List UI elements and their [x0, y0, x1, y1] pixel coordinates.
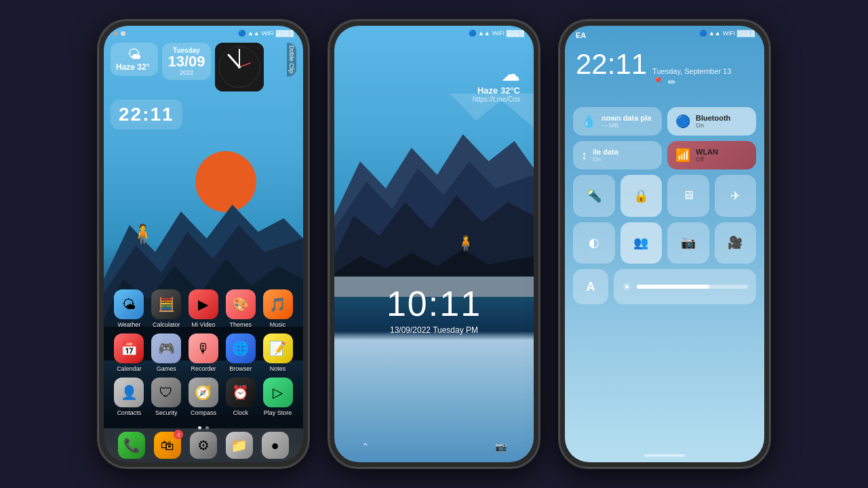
- lock-nav-up[interactable]: ⌃: [361, 441, 370, 452]
- cc-location-icon[interactable]: 📍: [652, 77, 664, 87]
- phone-1-background: 🔵 ▲▲ WiFi ▓▓▓▓: [104, 26, 303, 462]
- app-playstore[interactable]: ▷ Play Store: [260, 378, 296, 416]
- dock-extra-icon: ●: [262, 432, 289, 459]
- app-security[interactable]: 🛡 Security: [149, 378, 184, 416]
- cc-data-icon: 💧: [581, 114, 596, 129]
- cc-wlan-icon: 📶: [675, 148, 690, 163]
- app-playstore-icon: ▷: [263, 378, 293, 407]
- app-grid: 🌤 Weather 🧮 Calculator ▶ Mi Video 🎨 Them…: [104, 289, 303, 422]
- cc-small-photo[interactable]: 📷: [667, 222, 709, 264]
- app-contacts-label: Contacts: [117, 409, 142, 416]
- app-browser[interactable]: 🌐 Browser: [223, 333, 258, 372]
- phone-2-background: 🔵 ▲▲ WiFi ▓▓▓▓: [334, 26, 534, 462]
- app-games-label: Games: [157, 365, 176, 372]
- app-browser-icon: 🌐: [226, 333, 256, 363]
- cc-bluetooth-icon: 🔵: [675, 114, 690, 129]
- phone-1: 🔵 ▲▲ WiFi ▓▓▓▓: [98, 20, 309, 468]
- cc-small-screen[interactable]: 🖥: [667, 175, 709, 217]
- status-bar-2: 🔵 ▲▲ WiFi ▓▓▓▓: [334, 26, 534, 41]
- cc-small-torch[interactable]: 🔦: [573, 175, 615, 217]
- cc-data-label: nown data pla: [601, 114, 651, 122]
- app-browser-label: Browser: [229, 365, 252, 372]
- signal-icon: ▲▲: [248, 30, 260, 37]
- lock-bottom-nav: ⌃ 📷: [334, 441, 534, 452]
- cc-home-indicator: [644, 454, 685, 457]
- widgets-area: 🌤 Haze 32° Tuesday 13/09 2022: [111, 43, 296, 92]
- cc-bluetooth-info: Bluetooth On: [696, 114, 730, 129]
- dock-settings[interactable]: ⚙: [186, 432, 221, 459]
- app-weather-label: Weather: [117, 321, 140, 328]
- app-clock[interactable]: ⏰ Clock: [223, 378, 258, 416]
- cc-small-grid-1: 🔦 🔒 🖥 ✈: [573, 175, 756, 217]
- dock-extra[interactable]: ●: [258, 432, 293, 459]
- app-compass[interactable]: 🧭 Compass: [186, 378, 221, 416]
- app-compass-label: Compass: [191, 409, 216, 416]
- app-themes-label: Themes: [230, 321, 252, 328]
- cc-bluetooth-label: Bluetooth: [696, 114, 730, 122]
- phone-3: EA 🔵 ▲▲ WiFi ▓▓▓▓ 22:11 Tuesd: [559, 20, 770, 468]
- cc-time-row: 22:11 Tuesday, September 13 📍 ✏: [576, 48, 753, 87]
- cc-small-video[interactable]: 🎥: [715, 222, 757, 264]
- cc-wlan-sub: Off: [696, 156, 718, 163]
- signal-icon-2: ▲▲: [478, 30, 490, 37]
- phone-1-screen: 🔵 ▲▲ WiFi ▓▓▓▓: [104, 26, 303, 462]
- app-security-label: Security: [155, 409, 178, 416]
- cc-small-airplane[interactable]: ✈: [715, 175, 757, 217]
- lock-nav-camera[interactable]: 📷: [495, 441, 507, 452]
- analog-clock-widget[interactable]: [215, 43, 264, 92]
- app-recorder[interactable]: 🎙 Recorder: [186, 333, 221, 372]
- app-calendar-icon: 📅: [114, 333, 144, 363]
- battery-icon-2: ▓▓▓▓: [507, 30, 524, 37]
- character-figure: 🧍: [131, 223, 155, 245]
- cc-brightness-icon: ☀: [622, 281, 631, 293]
- lock-weather-url: https://t.me/Cos: [473, 96, 520, 103]
- cc-mobile-label: ile data: [593, 148, 618, 156]
- app-calculator-icon: 🧮: [151, 289, 181, 319]
- cc-small-lock[interactable]: 🔒: [620, 175, 663, 217]
- app-contacts[interactable]: 👤 Contacts: [111, 378, 146, 416]
- cc-mobile-info: ile data On: [593, 148, 618, 163]
- dock-files[interactable]: 📁: [222, 432, 257, 459]
- cc-tile-data[interactable]: 💧 nown data pla — MB: [573, 107, 662, 136]
- cc-time-block: 22:11 Tuesday, September 13 📍 ✏: [576, 48, 753, 87]
- app-mivideo-icon: ▶: [189, 289, 218, 319]
- cc-tile-wlan[interactable]: 📶 WLAN Off: [667, 141, 756, 169]
- app-notes-label: Notes: [270, 365, 286, 372]
- dock-store[interactable]: 🛍 2: [150, 432, 185, 459]
- weather-widget[interactable]: 🌤 Haze 32°: [111, 43, 158, 76]
- dock-phone-icon: 📞: [118, 432, 145, 459]
- dock-phone[interactable]: 📞: [114, 432, 149, 459]
- cc-edit-icon[interactable]: ✏: [668, 77, 676, 87]
- app-notes[interactable]: 📝 Notes: [260, 333, 296, 372]
- cc-bluetooth-sub: On: [696, 122, 730, 129]
- cc-bottom-row: A ☀: [573, 269, 756, 304]
- cc-tile-bluetooth[interactable]: 🔵 Bluetooth On: [667, 107, 756, 136]
- digital-clock-time: 22:11: [111, 100, 182, 129]
- cc-brightness-control[interactable]: ☀: [614, 269, 756, 304]
- app-themes[interactable]: 🎨 Themes: [223, 289, 258, 328]
- lock-time-display: 10:11: [334, 283, 534, 324]
- app-weather[interactable]: 🌤 Weather: [111, 289, 146, 328]
- doble-clip-label: Doble Clip: [287, 43, 296, 77]
- cc-letter-button[interactable]: A: [573, 269, 608, 304]
- app-music-label: Music: [270, 321, 286, 328]
- store-badge: 2: [174, 430, 183, 439]
- cc-data-sub: — MB: [601, 122, 651, 129]
- phone2-person: 🧍: [456, 235, 475, 252]
- wifi-icon-3: WiFi: [723, 30, 735, 37]
- bluetooth-icon-3: 🔵: [699, 30, 707, 37]
- status-icons-2: 🔵 ▲▲ WiFi ▓▓▓▓: [469, 30, 524, 37]
- digital-clock-widget[interactable]: 22:11: [111, 97, 182, 129]
- cc-data-info: nown data pla — MB: [601, 114, 651, 129]
- app-themes-icon: 🎨: [226, 289, 256, 319]
- app-music[interactable]: 🎵 Music: [260, 289, 296, 328]
- app-mivideo[interactable]: ▶ Mi Video: [186, 289, 221, 328]
- app-calendar[interactable]: 📅 Calendar: [111, 333, 146, 372]
- svg-point-9: [238, 66, 241, 68]
- date-widget[interactable]: Tuesday 13/09 2022: [162, 43, 211, 80]
- cc-small-theme[interactable]: ◐: [573, 222, 615, 264]
- app-calculator[interactable]: 🧮 Calculator: [149, 289, 184, 328]
- cc-small-users[interactable]: 👥: [620, 222, 663, 264]
- app-games[interactable]: 🎮 Games: [149, 333, 184, 372]
- cc-tile-mobile-data[interactable]: ↕ ile data On: [573, 141, 662, 169]
